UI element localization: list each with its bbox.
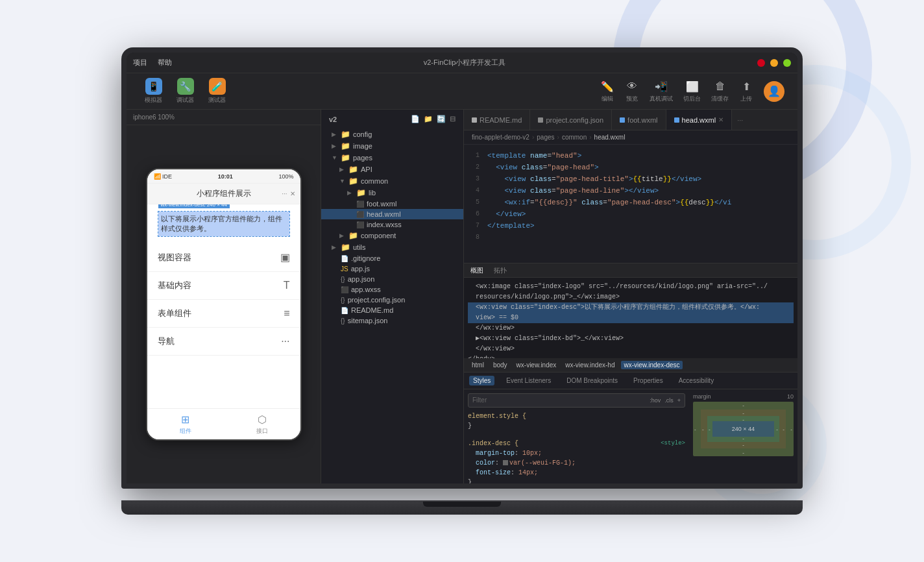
tab-close-icon[interactable]: ✕ xyxy=(718,116,723,123)
debugger-button[interactable]: 🔧 调试器 xyxy=(171,75,199,107)
tree-item-utils[interactable]: ▶ 📁 utils xyxy=(321,241,463,253)
elem-tag-wx-view-index-hd[interactable]: wx-view.index-hd xyxy=(563,361,617,369)
phone-content: wx-view.index-desc 240 × 44 以下将展示小程序官方组件… xyxy=(147,204,300,408)
menu-item-help[interactable]: 帮助 xyxy=(158,58,172,67)
tree-item-foot-wxml[interactable]: ▶ ⬛ foot.wxml xyxy=(321,199,463,209)
arrow-icon: ▶ xyxy=(339,232,346,239)
preview-action[interactable]: 👁 预览 xyxy=(625,79,639,103)
line-content: </view> xyxy=(487,208,526,220)
css-close: } xyxy=(468,422,472,430)
tab-label: README.md xyxy=(480,116,522,124)
breadcrumb-item-2[interactable]: common xyxy=(562,134,587,141)
phone-app-title: 小程序组件展示 xyxy=(197,188,251,199)
edit-action[interactable]: ✏️ 编辑 xyxy=(600,79,614,103)
phone-more-icon[interactable]: ··· xyxy=(282,190,287,197)
simulator-label: 模拟器 xyxy=(145,96,162,104)
styles-tab-styles[interactable]: Styles xyxy=(469,376,494,385)
filter-plus[interactable]: + xyxy=(677,397,681,404)
phone-nav-component[interactable]: ⊞ 组件 xyxy=(147,409,224,439)
elem-tag-wx-view-index-desc[interactable]: wx-view.index-desc xyxy=(621,361,682,369)
tree-item-api[interactable]: ▶ 📁 API xyxy=(321,164,463,175)
tree-item-sitemap[interactable]: ▶ {} sitemap.json xyxy=(321,315,463,326)
phone-close-icon[interactable]: ✕ xyxy=(290,190,295,197)
tab-foot-wxml[interactable]: foot.wxml xyxy=(612,110,666,130)
tree-item-component[interactable]: ▶ 📁 component xyxy=(321,230,463,241)
phone-nav-interface[interactable]: ⬡ 接口 xyxy=(224,409,300,439)
filter-cls[interactable]: .cls xyxy=(664,397,674,404)
edit-icon: ✏️ xyxy=(600,79,614,93)
tester-button[interactable]: 🧪 测试器 xyxy=(203,75,231,107)
tree-item-app-js[interactable]: ▶ JS app.js xyxy=(321,263,463,274)
preview-tab-source[interactable]: 拓扑 xyxy=(494,266,507,275)
styles-panel-body: Filter :hov .cls + elemen xyxy=(464,389,797,484)
phone-list-item-2[interactable]: 表单组件 ≡ xyxy=(147,300,300,328)
phone-list-item-3[interactable]: 导航 ··· xyxy=(147,328,300,356)
breadcrumb-item-0[interactable]: fino-applet-demo-v2 xyxy=(472,134,529,141)
phone-list-item-0[interactable]: 视图容器 ▣ xyxy=(147,243,300,272)
arrow-icon: ▶ xyxy=(332,244,338,250)
clear-cache-action[interactable]: 🗑 清缓存 xyxy=(711,79,729,103)
tree-label: config xyxy=(353,130,372,138)
tab-project-config[interactable]: project.config.json xyxy=(530,110,612,130)
filter-hov[interactable]: :hov xyxy=(650,397,661,404)
css-source[interactable]: <style> xyxy=(661,439,685,448)
simulator-button[interactable]: 📱 模拟器 xyxy=(140,75,167,107)
elem-tag-html[interactable]: html xyxy=(469,361,487,369)
laptop-base xyxy=(121,500,803,515)
user-avatar[interactable]: 👤 xyxy=(764,81,784,102)
code-line-2: 2 <view class="page-head"> xyxy=(464,162,797,173)
elem-tag-wx-view-index[interactable]: wx-view.index xyxy=(514,361,559,369)
tree-item-app-wxss[interactable]: ▶ ⬛ app.wxss xyxy=(321,284,463,295)
minimize-button[interactable] xyxy=(770,59,778,67)
tree-label: README.md xyxy=(351,306,393,314)
tree-label: app.wxss xyxy=(351,286,381,293)
tab-readme[interactable]: README.md xyxy=(464,110,530,130)
tree-item-config[interactable]: ▶ 📁 config xyxy=(321,128,463,140)
new-file-icon[interactable]: 📄 xyxy=(411,115,420,123)
margin-bottom-val: - xyxy=(742,450,744,456)
elem-tag-body[interactable]: body xyxy=(491,361,510,369)
styles-tab-dom-breakpoints[interactable]: DOM Breakpoints xyxy=(563,376,622,385)
maximize-button[interactable] xyxy=(783,59,791,67)
phone-list-item-1[interactable]: 基础内容 T xyxy=(147,272,300,300)
close-button[interactable] xyxy=(757,59,765,67)
basic-content-icon: T xyxy=(284,280,290,291)
preview-tab-html[interactable]: 概图 xyxy=(470,266,483,275)
tree-label: index.wxss xyxy=(367,221,402,228)
html-line-2[interactable]: <wx:view class="index-desc">以下将展示小程序官方组件… xyxy=(468,302,794,313)
tree-item-lib[interactable]: ▶ 📁 lib xyxy=(321,187,463,199)
tree-item-image[interactable]: ▶ 📁 image xyxy=(321,140,463,152)
tree-item-common[interactable]: ▼ 📁 common xyxy=(321,175,463,187)
tab-head-wxml[interactable]: head.wxml ✕ xyxy=(666,110,733,130)
interface-nav-icon: ⬡ xyxy=(258,413,267,426)
tab-more-button[interactable]: ··· xyxy=(732,116,748,124)
menu-item-project[interactable]: 项目 xyxy=(133,58,147,67)
code-lines: 1 <template name="head"> 2 <view class="… xyxy=(464,145,797,263)
styles-tab-properties[interactable]: Properties xyxy=(629,376,667,385)
css-rule-element-style: element.style { } xyxy=(468,411,685,431)
css-filter-input[interactable] xyxy=(491,397,646,404)
breadcrumb-item-1[interactable]: pages xyxy=(537,134,554,141)
tree-item-head-wxml[interactable]: ▶ ⬛ head.wxml xyxy=(321,209,463,219)
html-line-3[interactable]: view> == $0 xyxy=(468,313,794,323)
background-action[interactable]: ⬜ 切后台 xyxy=(683,79,701,103)
tree-item-pages[interactable]: ▼ 📁 pages xyxy=(321,152,463,164)
new-folder-icon[interactable]: 📁 xyxy=(424,115,433,123)
real-device-debug-action[interactable]: 📲 真机调试 xyxy=(650,79,673,103)
html-line-0: <wx:image class="index-logo" src="../res… xyxy=(468,282,794,292)
styles-tab-event-listeners[interactable]: Event Listeners xyxy=(502,376,555,385)
collapse-icon[interactable]: ⊟ xyxy=(450,115,456,123)
refresh-icon[interactable]: 🔄 xyxy=(437,115,446,123)
code-editor[interactable]: 1 <template name="head"> 2 <view class="… xyxy=(464,145,797,263)
tree-item-app-json[interactable]: ▶ {} app.json xyxy=(321,274,463,284)
upload-action[interactable]: ⬆ 上传 xyxy=(739,79,753,103)
styles-tab-accessibility[interactable]: Accessibility xyxy=(675,376,718,385)
tab-dot-xml-active xyxy=(674,117,679,123)
tree-item-gitignore[interactable]: ▶ 📄 .gitignore xyxy=(321,253,463,263)
preview-label: iphone6 100% xyxy=(133,114,175,121)
interface-nav-label: 接口 xyxy=(256,427,268,435)
tree-item-index-wxss[interactable]: ▶ ⬛ index.wxss xyxy=(321,219,463,230)
tree-item-readme[interactable]: ▶ 📄 README.md xyxy=(321,305,463,315)
title-bar: 项目 帮助 v2-FinClip小程序开发工具 xyxy=(127,53,797,73)
tree-item-project-config[interactable]: ▶ {} project.config.json xyxy=(321,295,463,305)
